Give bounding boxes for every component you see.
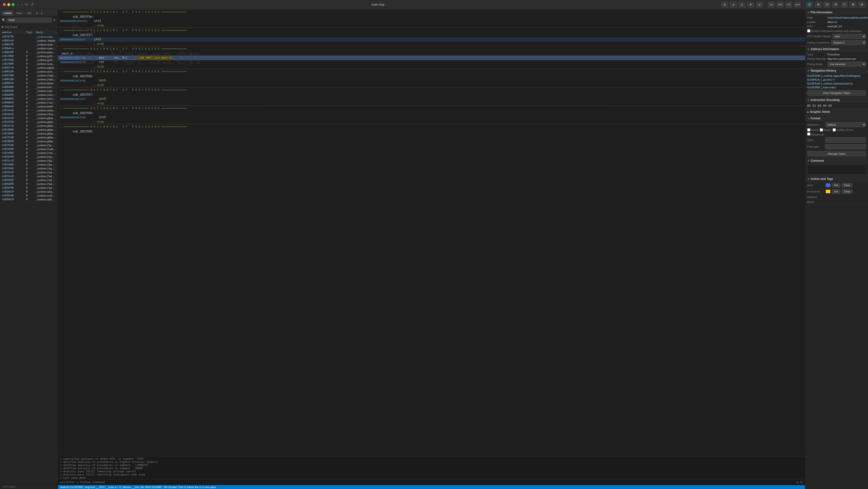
nav-history-item-3[interactable]: 0x1003ce0 (_runtime.chansend.func1) [805,82,868,86]
symbol-row-29[interactable]: x101b440 P _runtime.(*pallocDat... [0,147,58,151]
symbol-row-31[interactable]: x1020f40 P _runtime.(*pageAlloc... [0,155,58,159]
close-button[interactable] [3,3,6,6]
nav-history-item-1[interactable]: 0x1052940 (_runtime.sigprofNonGoWrapper) [805,74,868,78]
symbol-row-27[interactable]: x1018600 P _runtime.gMarkTinyA... [0,139,58,143]
signed-checkbox[interactable] [807,128,810,131]
toolbar-btn-rov[interactable]: rov [768,2,775,7]
symbol-row-33[interactable]: x1021d80 P _runtime.(*pageAlloc... [0,163,58,167]
symbol-row-1[interactable]: x1003ze0 _runtime..initask [0,39,58,43]
symbol-row-17[interactable]: x100d8e0 P _runtime.(*mspan).ne... [0,101,58,105]
symbol-row-15[interactable]: x100a060 P _runtime.memclrNoHea... [0,93,58,97]
symbol-row-7[interactable]: x1017080 P _runtime.runqgrab [0,62,58,66]
toolbar-btn-u[interactable]: U [756,2,763,7]
tag-scope[interactable]: ▶ Tag Scope [0,25,58,30]
symbol-row-39[interactable]: x1026760 P _runtime.(*addrRange... [0,186,58,190]
symbol-row-3[interactable]: x100e4ca _runtime.mainStarted [0,46,58,51]
tab-labels[interactable]: Labels [2,11,13,16]
symbol-row-14[interactable]: x1009500 P _runtime.mallocinit [0,89,58,93]
tab-star[interactable]: ★ [35,11,39,16]
symbol-row-0[interactable]: x10757f0 _runtime.mainPC [0,35,58,39]
search-input[interactable] [6,18,52,23]
minimize-button[interactable] [7,3,10,6]
procedure-set-button[interactable]: Set [832,189,840,194]
symbol-row-13[interactable]: x1009400 P _runtime.lockRank.St... [0,85,58,89]
colors-tags-header[interactable]: ▼ Colors and Tags [805,176,868,182]
calling-conv-select[interactable]: System V [831,40,866,45]
symbol-row-28[interactable]: x1019140 P _runtime.(*gcControl.... [0,143,58,147]
code-line-1053f66[interactable]: 0000000001053f66 int3 [58,78,805,83]
toolbar-btn-panel[interactable]: ⊡ [824,2,830,7]
symbol-row-38[interactable]: x1026280 P _runtime.(*addrRange... [0,182,58,186]
toolbar-btn-grid2[interactable]: ⊞ [849,2,857,7]
leading-zeros-checkbox[interactable] [833,128,836,131]
toolbar-btn-split[interactable]: ⊟ [832,2,839,7]
toolbar-btn-box[interactable]: ☐ [841,2,848,7]
argument-select[interactable]: Default [825,122,866,127]
symbol-row-25[interactable]: x1013040 P _runtime.gMarkTermi... [0,132,58,136]
code-line-1053f67[interactable]: 0000000001053f67 int3 [58,97,805,101]
address-info-header[interactable]: ▼ Address Information [805,46,868,52]
symbol-row-24[interactable]: x1013000 P _runtime.gMarkTermi... [0,128,58,132]
nav-reload-button[interactable]: ↺ [30,2,35,7]
format-header[interactable]: ▼ Format [805,115,868,122]
symbol-row-12[interactable]: x1008540 P _runtime.itabsinit [0,82,58,85]
symbol-row-36[interactable]: x1025ce0 P _runtime.(*addrRange... [0,174,58,178]
toolbar-btn-grid[interactable]: ⊞ [815,2,822,7]
tab-proc[interactable]: Proc. [14,11,25,16]
nav-history-item-2[interactable]: 0x1064c4c (_go.func.*) [805,78,868,82]
symbol-row-23[interactable]: x1012fc0 P _runtime.gMarkTermi... [0,124,58,128]
comment-box[interactable] [807,165,866,174]
symbol-row-4[interactable]: x1006300 P _runtime.plainError.... [0,51,58,54]
file-info-header[interactable]: ▼ File Information [805,9,868,15]
symbol-row-26[interactable]: x1013c80 P _runtime.gMarkTermi... [0,136,58,139]
instruction-encoding-header[interactable]: ▼ Instruction Encoding [805,97,868,103]
nav-forward-button[interactable]: › [20,2,23,7]
symbol-row-5[interactable]: x1017080 P _runtime.gcDrain [0,54,58,58]
symbol-row-21[interactable]: x1012ea0 P _runtime.gMarkTermi... [0,116,58,120]
symbol-row-42[interactable]: x103b4c0 P _runtime.waitReason... [0,198,58,201]
console-settings-icon[interactable]: ⚙ [800,480,803,484]
toolbar-btn-1n1[interactable]: 1/n1 [785,2,792,7]
area-clear-button[interactable]: Clear [842,183,852,187]
code-line-1053f5f[interactable]: 0000000001053f5f int3 [58,37,805,42]
relative-checkbox[interactable] [807,132,810,136]
code-line-1053f65[interactable]: 0000000001053f65 ret [58,60,805,64]
console-clear-icon[interactable]: ⊘ [796,480,799,484]
symbol-row-35[interactable]: x1023220 P _runtime.(*pageAlloc... [0,170,58,174]
code-view[interactable]: Deno Version ; ================ B E G I … [58,9,805,456]
nav-refresh-button[interactable]: ↻ [24,2,29,7]
symbol-row-34[interactable]: x1022940 P _runtime.(*pageAlloc... [0,167,58,170]
symbol-row-8[interactable]: x10027c0 P _runtime.alginit [0,66,58,70]
toolbar-btn-num[interactable]: num [794,2,801,7]
toolbar-btn-add[interactable]: add [777,2,783,7]
procedure-color-swatch[interactable] [826,190,831,193]
console-input[interactable] [66,481,795,484]
toolbar-btn-minus[interactable]: ⊟ [858,2,865,7]
toolbar-btn-a[interactable]: A [730,2,737,7]
symbol-row-6[interactable]: x10174a0 P _runtime.gcDrainN [0,58,58,62]
procedure-clear-button[interactable]: Clear [842,189,852,194]
symbol-row-16[interactable]: x100d880 P _runtime.memclrHasPo... [0,97,58,101]
code-line-1053f5e[interactable]: 00000000001053f5e int3 [58,19,805,23]
symbol-row-32[interactable]: x1021cc0 P _runtime.(*pageAlloc... [0,159,58,163]
symbol-row-11[interactable]: x1008180 P _runtime.(*itab).init [0,77,58,82]
toolbar-btn-p[interactable]: P [747,2,754,7]
graphic-views-header[interactable]: ▶ Graphic Views [805,109,868,115]
toolbar-btn-d[interactable]: D [721,2,728,7]
format-type-input[interactable] [825,137,866,142]
area-set-button[interactable]: Set [832,183,840,187]
symbol-row-19[interactable]: x1011aa0 P _runtime.wakefing [0,108,58,112]
symbol-row-9[interactable]: x1006280 P _runtime.errorAddres... [0,70,58,74]
area-color-swatch[interactable] [826,183,831,187]
toolbar-btn-c[interactable]: C [739,2,745,7]
symbol-row-20[interactable]: x1011b20 P _runtime.(*fixalloc)... [0,112,58,116]
manage-types-button[interactable]: Manage Types [807,151,866,156]
symbol-row-41[interactable]: x1030180 P _runtime.runSafePoin... [0,194,58,198]
nav-history-header[interactable]: ▼ Navigation History [805,68,868,74]
symbol-row-22[interactable]: x1012f80 P _runtime.gMarkTermi... [0,120,58,124]
comment-header[interactable]: ▼ Comment [805,158,868,164]
code-line-1053f60[interactable]: 0000000001053f60 mov eax, 0x1 ; CODE XRE… [58,56,805,60]
symbol-row-40[interactable]: x102bdc0 P _runtime.isAsyncPanic... [0,190,58,194]
prolog-mode-select[interactable]: Use Heuristic [828,62,866,67]
clear-nav-button[interactable]: Clear Navigation Stack [807,90,866,96]
